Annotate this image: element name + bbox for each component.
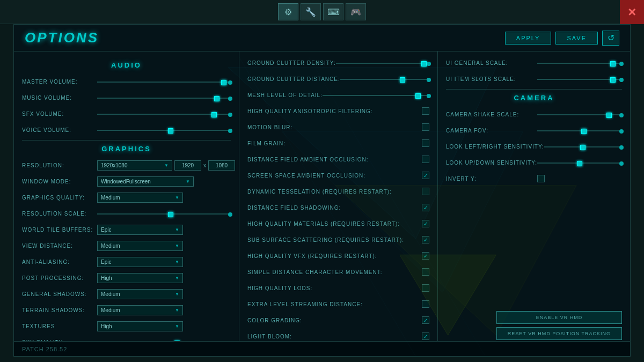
ui-item-slots-scale-label: UI ITEM SLOTS SCALE: — [446, 76, 537, 82]
main-container: OPTIONS APPLY SAVE ↺ AUDIO MASTER VOLUME… — [13, 24, 631, 357]
enable-vr-hmd-button[interactable]: ENABLE VR HMD — [496, 311, 622, 324]
extra-level-streaming-row: EXTRA LEVEL STREAMING DISTANCE: — [247, 298, 429, 310]
world-tile-row: WORLD TILE BUFFERS: Epic ▼ — [22, 224, 231, 235]
graphics-section-title: GRAPHICS — [22, 145, 231, 153]
sfx-volume-row: SFX VOLUME: — [22, 108, 231, 120]
screen-space-ambient-row: SCREEN SPACE AMBIENT OCCLUSION: — [247, 169, 429, 181]
extra-level-streaming-checkbox[interactable] — [422, 300, 429, 308]
anti-aliasing-row: ANTI-ALIASING: Epic ▼ — [22, 256, 231, 268]
motion-blur-checkbox[interactable] — [422, 123, 429, 131]
sky-quality-row: SKY QUALITY: — [22, 336, 231, 341]
high-quality-anisotropic-label: HIGH QUALITY ANISOTROPIC FILTERING: — [247, 108, 422, 114]
look-ud-label: LOOK UP/DOWN SENSITIVITY: — [446, 160, 537, 166]
left-panel: AUDIO MASTER VOLUME: MUSIC VOLUME: — [14, 51, 239, 341]
sfx-volume-label: SFX VOLUME: — [22, 111, 97, 117]
resolution-controls: 1920x1080 ▼ x — [97, 160, 235, 171]
high-quality-anisotropic-checkbox[interactable] — [422, 107, 429, 115]
resolution-dropdown[interactable]: 1920x1080 ▼ — [97, 160, 172, 171]
close-button[interactable]: ✕ — [620, 0, 644, 24]
voice-volume-slider[interactable] — [97, 128, 231, 131]
sub-surface-scattering-checkbox[interactable] — [422, 236, 429, 243]
distance-field-shadowing-row: DISTANCE FIELD SHADOWING: — [247, 202, 429, 213]
resolution-scale-row: RESOLUTION SCALE: — [22, 208, 231, 219]
textures-dropdown[interactable]: High ▼ — [97, 321, 183, 331]
anti-aliasing-dropdown[interactable]: Epic ▼ — [97, 257, 183, 267]
sub-surface-scattering-row: SUB SURFACE SCATTERING (REQUIRES RESTART… — [247, 234, 429, 246]
resolution-width-input[interactable] — [174, 160, 201, 171]
footer: PATCH 258.52 — [14, 341, 630, 356]
apply-button[interactable]: APPLY — [505, 32, 552, 45]
post-processing-dropdown[interactable]: High ▼ — [97, 273, 183, 283]
dynamic-tessellation-checkbox[interactable] — [422, 188, 429, 195]
ui-item-slots-scale-slider[interactable] — [537, 77, 622, 80]
keyboard-icon[interactable]: ⌨ — [323, 3, 343, 20]
high-quality-lods-checkbox[interactable] — [422, 284, 429, 292]
ui-general-scale-slider[interactable] — [537, 61, 622, 64]
ground-clutter-distance-row: GROUND CLUTTER DISTANCE: — [247, 73, 429, 85]
page-title: OPTIONS — [25, 29, 99, 46]
color-grading-label: COLOR GRADING: — [247, 317, 422, 323]
light-bloom-checkbox[interactable] — [422, 333, 429, 340]
high-quality-materials-label: HIGH QUALITY MATERIALS (REQUIRES RESTART… — [247, 221, 422, 227]
ground-clutter-density-label: GROUND CLUTTER DENSITY: — [247, 60, 336, 66]
look-lr-slider[interactable] — [544, 145, 622, 148]
high-quality-lods-label: HIGH QUALITY LODs: — [247, 285, 422, 291]
color-grading-checkbox[interactable] — [422, 316, 429, 324]
middle-panel: GROUND CLUTTER DENSITY: GROUND CLUTTER D… — [239, 51, 438, 341]
master-volume-slider[interactable] — [97, 80, 231, 83]
graphics-quality-dropdown[interactable]: Medium ▼ — [97, 193, 183, 203]
view-distance-dropdown[interactable]: Medium ▼ — [97, 241, 183, 251]
resolution-height-input[interactable] — [208, 160, 235, 171]
high-quality-vfx-checkbox[interactable] — [422, 252, 429, 260]
resolution-scale-slider[interactable] — [97, 212, 231, 215]
world-tile-label: WORLD TILE BUFFERS: — [22, 227, 97, 233]
mesh-lod-slider[interactable] — [323, 93, 429, 97]
camera-shake-label: CAMERA SHAKE SCALE: — [446, 112, 537, 117]
film-grain-checkbox[interactable] — [422, 139, 429, 147]
terrain-shadows-dropdown[interactable]: Medium ▼ — [97, 305, 183, 315]
sky-quality-slider[interactable] — [97, 341, 231, 341]
ground-clutter-distance-slider[interactable] — [340, 77, 429, 80]
film-grain-row: FILM GRAIN: — [247, 137, 429, 149]
window-mode-dropdown[interactable]: WindowedFullscreen ▼ — [97, 176, 194, 187]
distance-field-ambient-checkbox[interactable] — [422, 156, 429, 163]
reset-vr-hmd-button[interactable]: RESET VR HMD POSITION TRACKING — [496, 327, 622, 340]
light-bloom-label: LIGHT BLOOM: — [247, 334, 422, 339]
high-quality-materials-checkbox[interactable] — [422, 220, 429, 227]
sfx-volume-slider[interactable] — [97, 112, 231, 115]
motion-blur-row: MOTION BLUR: — [247, 121, 429, 133]
camera-fov-slider[interactable] — [537, 129, 622, 132]
invert-y-row: INVERT Y: — [446, 173, 622, 184]
film-grain-label: FILM GRAIN: — [247, 141, 422, 146]
camera-fov-row: CAMERA FOV: — [446, 124, 622, 136]
resolution-row: RESOLUTION: 1920x1080 ▼ x — [22, 159, 231, 171]
window-mode-row: WINDOW MODE: WindowedFullscreen ▼ — [22, 175, 231, 187]
world-tile-dropdown[interactable]: Epic ▼ — [97, 225, 183, 235]
ground-clutter-density-slider[interactable] — [336, 61, 429, 64]
save-button[interactable]: SAVE — [555, 32, 598, 45]
high-quality-materials-row: HIGH QUALITY MATERIALS (REQUIRES RESTART… — [247, 218, 429, 230]
high-quality-lods-row: HIGH QUALITY LODs: — [247, 282, 429, 294]
music-volume-slider[interactable] — [97, 96, 231, 99]
look-ud-slider[interactable] — [537, 161, 622, 164]
camera-shake-row: CAMERA SHAKE SCALE: — [446, 108, 622, 120]
screen-space-ambient-checkbox[interactable] — [422, 172, 429, 179]
music-volume-label: MUSIC VOLUME: — [22, 95, 97, 101]
look-lr-label: LOOK LEFT/RIGHT SENSITIVITY: — [446, 144, 544, 150]
high-quality-vfx-label: HIGH QUALITY VFX (REQUIRES RESTART): — [247, 253, 422, 259]
top-bar-icons: ⚙ 🔧 ⌨ 🎮 — [278, 3, 366, 20]
reset-button[interactable]: ↺ — [602, 31, 619, 46]
textures-row: TEXTURES High ▼ — [22, 320, 231, 332]
invert-y-checkbox[interactable] — [537, 175, 545, 182]
view-distance-row: VIEW DISTANCE: Medium ▼ — [22, 240, 231, 252]
tools-icon[interactable]: 🔧 — [301, 3, 321, 20]
gamepad-icon[interactable]: 🎮 — [346, 3, 366, 20]
general-shadows-dropdown[interactable]: Medium ▼ — [97, 289, 183, 299]
ground-clutter-density-row: GROUND CLUTTER DENSITY: — [247, 57, 429, 69]
invert-y-label: INVERT Y: — [446, 176, 537, 182]
distance-field-shadowing-checkbox[interactable] — [422, 204, 429, 211]
settings-icon[interactable]: ⚙ — [278, 3, 298, 20]
distance-field-ambient-row: DISTANCE FIELD AMBIENT OCCLUSION: — [247, 153, 429, 165]
simple-distance-character-checkbox[interactable] — [422, 268, 429, 276]
camera-shake-slider[interactable] — [537, 113, 622, 116]
